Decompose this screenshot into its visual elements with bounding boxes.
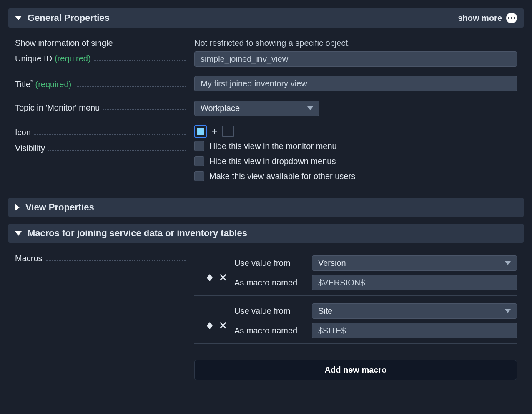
show-more-button[interactable]: show more (458, 13, 517, 23)
reorder-handle[interactable] (207, 322, 213, 329)
macros-section-header[interactable]: Macros for joining service data or inven… (8, 224, 524, 243)
macro-from-select[interactable]: Version (312, 255, 517, 271)
macro-row: ✕ Use value from Version A (194, 251, 517, 296)
unique-id-label: Unique ID (15, 54, 52, 63)
chevron-right-icon (15, 204, 20, 211)
macros-label: Macros (15, 254, 43, 263)
use-value-from-label: Use value from (234, 258, 305, 268)
title-input[interactable] (194, 76, 517, 91)
visibility-option-2: Make this view available for other users (209, 172, 355, 181)
macro-name-input[interactable] (312, 275, 517, 290)
chevron-down-icon (15, 231, 22, 236)
macro-row: ✕ Use value from Site As m (194, 299, 517, 344)
add-macro-button[interactable]: Add new macro (194, 360, 517, 380)
as-macro-named-label: As macro named (234, 278, 305, 288)
as-macro-named-label: As macro named (234, 326, 305, 336)
general-section-body: Show information of single Not restricte… (8, 34, 524, 194)
visibility-checkbox-2[interactable] (194, 171, 204, 181)
macros-section-body: Macros ✕ Use valu (8, 250, 524, 392)
visibility-label: Visibility (15, 144, 45, 153)
plus-icon: + (212, 126, 217, 137)
visibility-option-1: Hide this view in dropdown menus (209, 157, 336, 166)
icon-label: Icon (15, 128, 31, 137)
remove-macro-button[interactable]: ✕ (218, 320, 228, 331)
visibility-checkbox-1[interactable] (194, 156, 204, 166)
remove-macro-button[interactable]: ✕ (218, 272, 228, 283)
chevron-down-icon (505, 261, 511, 265)
show-info-value: Not restricted to showing a specific obj… (194, 36, 517, 48)
view-section-title: View Properties (25, 202, 94, 213)
view-section-header[interactable]: View Properties (8, 198, 524, 217)
more-icon (506, 13, 517, 23)
general-section-title: General Properties (28, 13, 110, 23)
chevron-down-icon (307, 106, 313, 110)
general-section-header[interactable]: General Properties show more (8, 8, 524, 28)
title-label: Title* (15, 78, 33, 89)
icon-empty-button[interactable] (222, 126, 234, 137)
macro-from-select[interactable]: Site (312, 303, 517, 319)
reorder-handle[interactable] (207, 274, 213, 281)
topic-select[interactable]: Workplace (194, 101, 319, 116)
unique-id-input[interactable] (194, 51, 517, 67)
visibility-checkbox-0[interactable] (194, 141, 204, 151)
chevron-down-icon (505, 309, 511, 313)
macros-section-title: Macros for joining service data or inven… (28, 228, 247, 239)
visibility-option-0: Hide this view in the monitor menu (209, 141, 337, 151)
icon-selected[interactable] (194, 125, 207, 138)
chevron-down-icon (15, 16, 22, 20)
use-value-from-label: Use value from (234, 306, 305, 316)
show-info-label: Show information of single (15, 38, 113, 48)
macro-name-input[interactable] (312, 323, 517, 338)
topic-label: Topic in 'Monitor' menu (15, 103, 100, 113)
